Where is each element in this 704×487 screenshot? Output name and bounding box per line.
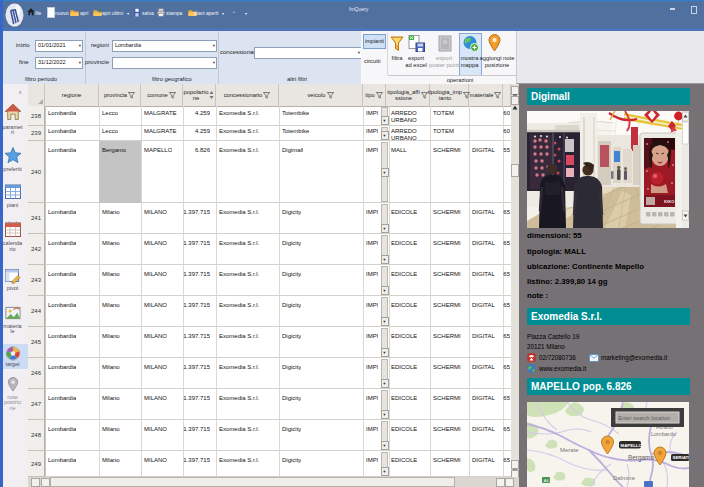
svg-text:SERIATE: SERIATE xyxy=(673,455,690,460)
svg-text:Bergamo: Bergamo xyxy=(628,454,654,462)
svg-text:Enter search location: Enter search location xyxy=(619,415,671,421)
svg-text:Dalmine: Dalmine xyxy=(613,475,636,481)
svg-text:A4: A4 xyxy=(544,478,550,483)
svg-text:KIKO: KIKO xyxy=(664,199,675,204)
svg-text:Merate: Merate xyxy=(560,447,579,453)
svg-text:MAPELLO: MAPELLO xyxy=(621,443,643,448)
svg-text:Lombardo: Lombardo xyxy=(651,431,676,437)
